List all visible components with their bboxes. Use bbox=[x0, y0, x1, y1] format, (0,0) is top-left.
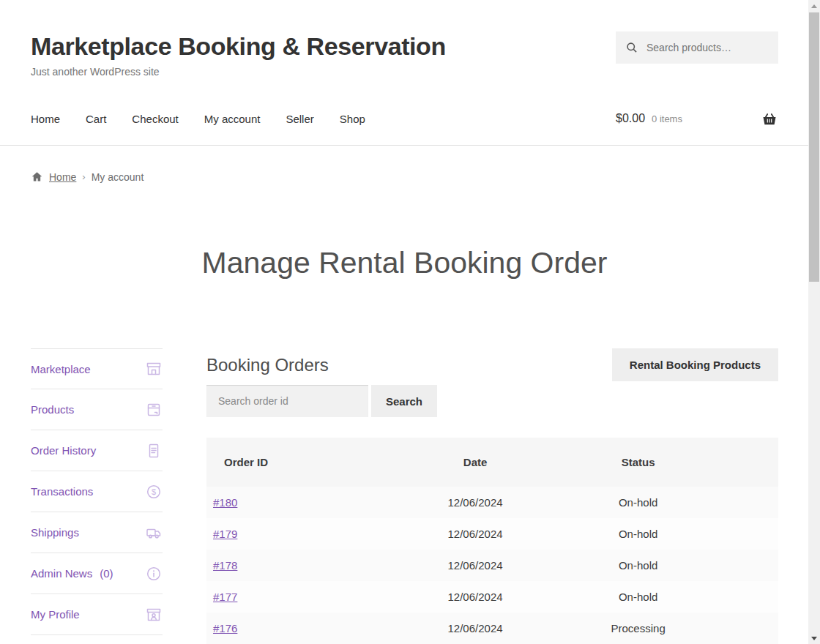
nav-item-checkout[interactable]: Checkout bbox=[132, 113, 178, 125]
order-row: #17912/06/2024On-hold bbox=[206, 518, 778, 550]
sidebar-item-transactions[interactable]: Transactions$ bbox=[31, 471, 163, 512]
nav-item-home[interactable]: Home bbox=[31, 113, 60, 125]
booking-orders-heading: Booking Orders bbox=[206, 355, 329, 375]
order-row: #17712/06/2024On-hold bbox=[206, 581, 778, 613]
scroll-down-button[interactable] bbox=[808, 632, 820, 644]
order-date-cell: 12/06/2024 bbox=[395, 613, 556, 644]
svg-text:$: $ bbox=[152, 487, 156, 496]
column-header-date: Date bbox=[395, 438, 556, 487]
breadcrumb-separator: › bbox=[82, 171, 85, 182]
column-header-spacer bbox=[721, 438, 778, 487]
column-header-status: Status bbox=[555, 438, 720, 487]
vertical-scrollbar[interactable] bbox=[808, 0, 820, 644]
sidebar-item-label: Shippings bbox=[31, 526, 79, 539]
order-search-input[interactable] bbox=[206, 385, 368, 417]
sidebar-item-admin-news[interactable]: Admin News(0) bbox=[31, 553, 163, 594]
order-link[interactable]: #180 bbox=[213, 496, 237, 509]
column-header-order-id: Order ID bbox=[206, 438, 395, 487]
nav-item-my-account[interactable]: My account bbox=[204, 113, 261, 125]
order-spacer-cell bbox=[721, 518, 778, 550]
arrow-up-icon bbox=[811, 4, 817, 8]
order-status-cell: On-hold bbox=[555, 581, 720, 613]
search-icon bbox=[625, 40, 639, 55]
scrollbar-thumb[interactable] bbox=[809, 12, 819, 282]
booking-orders-table: Order IDDateStatus #18012/06/2024On-hold… bbox=[206, 438, 778, 644]
order-search-button[interactable]: Search bbox=[371, 385, 437, 417]
order-id-cell: #176 bbox=[206, 613, 395, 644]
order-row: #17812/06/2024On-hold bbox=[206, 550, 778, 581]
order-date-cell: 12/06/2024 bbox=[395, 487, 556, 518]
order-link[interactable]: #177 bbox=[213, 591, 237, 603]
storefront-icon bbox=[145, 360, 163, 378]
sidebar-item-count: (0) bbox=[100, 567, 113, 580]
home-icon bbox=[31, 171, 43, 183]
sidebar-item-label: Admin News bbox=[31, 567, 92, 580]
site-header: Marketplace Booking & Reservation Just a… bbox=[0, 0, 808, 146]
content: MarketplaceProductsOrder HistoryTransact… bbox=[0, 348, 808, 644]
primary-navigation: HomeCartCheckoutMy accountSellerShop $0.… bbox=[31, 110, 778, 145]
order-status-cell: On-hold bbox=[555, 550, 720, 581]
order-link[interactable]: #178 bbox=[213, 559, 237, 572]
sidebar-item-products[interactable]: Products bbox=[31, 389, 163, 430]
order-id-cell: #177 bbox=[206, 581, 395, 613]
arrow-down-icon bbox=[811, 637, 817, 640]
order-date-cell: 12/06/2024 bbox=[395, 550, 556, 581]
sidebar-item-label: Order History bbox=[31, 444, 96, 457]
breadcrumb: Home › My account bbox=[31, 171, 778, 183]
order-id-cell: #179 bbox=[206, 518, 395, 550]
breadcrumb-home-link[interactable]: Home bbox=[49, 171, 76, 183]
dashboard-sidebar: MarketplaceProductsOrder HistoryTransact… bbox=[31, 348, 163, 635]
order-spacer-cell bbox=[721, 613, 778, 644]
sidebar-item-my-profile[interactable]: My Profile bbox=[31, 594, 163, 635]
order-spacer-cell bbox=[721, 487, 778, 518]
scroll-up-button[interactable] bbox=[808, 0, 820, 12]
nav-item-cart[interactable]: Cart bbox=[86, 113, 106, 125]
order-spacer-cell bbox=[721, 550, 778, 581]
profile-icon bbox=[145, 606, 163, 624]
sidebar-item-marketplace[interactable]: Marketplace bbox=[31, 348, 163, 389]
product-search-box[interactable] bbox=[616, 31, 778, 64]
dollar-icon: $ bbox=[145, 483, 163, 501]
order-link[interactable]: #176 bbox=[213, 622, 237, 634]
order-search-form: Search bbox=[206, 385, 778, 417]
cart-link[interactable]: $0.00 0 items bbox=[616, 110, 778, 127]
order-spacer-cell bbox=[721, 581, 778, 613]
sidebar-item-label: My Profile bbox=[31, 608, 80, 621]
order-row: #17612/06/2024Processing bbox=[206, 613, 778, 644]
document-icon bbox=[145, 442, 163, 460]
truck-icon bbox=[145, 524, 163, 542]
site-tagline: Just another WordPress site bbox=[31, 66, 778, 78]
breadcrumb-current: My account bbox=[92, 171, 144, 183]
box-icon bbox=[145, 401, 163, 419]
sidebar-item-order-history[interactable]: Order History bbox=[31, 430, 163, 471]
page-title: Manage Rental Booking Order bbox=[31, 246, 778, 280]
order-date-cell: 12/06/2024 bbox=[395, 518, 556, 550]
order-id-cell: #178 bbox=[206, 550, 395, 581]
product-search-input[interactable] bbox=[645, 41, 769, 54]
sidebar-item-label: Marketplace bbox=[31, 363, 91, 375]
nav-item-seller[interactable]: Seller bbox=[286, 113, 313, 125]
rental-booking-products-button[interactable]: Rental Booking Products bbox=[612, 348, 778, 381]
order-row: #18012/06/2024On-hold bbox=[206, 487, 778, 518]
order-date-cell: 12/06/2024 bbox=[395, 581, 556, 613]
table-header-row: Order IDDateStatus bbox=[206, 438, 778, 487]
cart-count: 0 items bbox=[652, 113, 682, 124]
order-id-cell: #180 bbox=[206, 487, 395, 518]
sidebar-item-label: Products bbox=[31, 403, 74, 416]
order-status-cell: On-hold bbox=[555, 518, 720, 550]
sidebar-item-shippings[interactable]: Shippings bbox=[31, 512, 163, 553]
order-status-cell: Processing bbox=[555, 613, 720, 644]
nav-item-shop[interactable]: Shop bbox=[340, 113, 365, 125]
cart-total: $0.00 bbox=[616, 112, 645, 125]
info-icon bbox=[145, 565, 163, 583]
nav-links: HomeCartCheckoutMy accountSellerShop bbox=[31, 113, 391, 125]
order-link[interactable]: #179 bbox=[213, 528, 237, 540]
page: Marketplace Booking & Reservation Just a… bbox=[0, 0, 808, 644]
sidebar-item-label: Transactions bbox=[31, 485, 93, 498]
booking-orders-panel: Booking Orders Rental Booking Products S… bbox=[206, 348, 778, 644]
order-status-cell: On-hold bbox=[555, 487, 720, 518]
basket-icon bbox=[761, 110, 778, 127]
